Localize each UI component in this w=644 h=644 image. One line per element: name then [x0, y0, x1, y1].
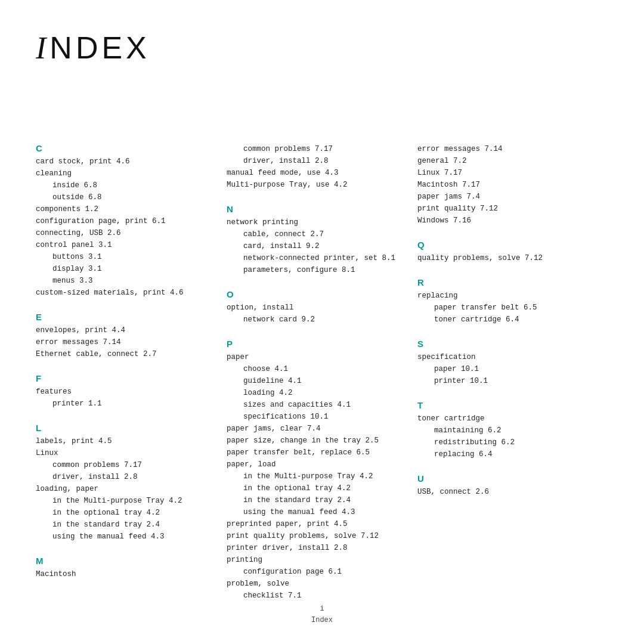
index-entry: choose 4.1	[227, 363, 405, 375]
section-letter-M: M	[36, 556, 215, 566]
index-entry: in the standard tray 2.4	[36, 519, 215, 531]
section-2-4: Ttoner cartridgemaintaining 6.2redistrib…	[417, 400, 596, 460]
page: INDEX Ccard stock, print 4.6cleaninginsi…	[0, 0, 644, 644]
section-2-2: Rreplacingpaper transfer belt 6.5toner c…	[417, 277, 596, 326]
index-entry: control panel 3.1	[36, 239, 215, 251]
index-entry: components 1.2	[36, 203, 215, 215]
index-entry: paper size, change in the tray 2.5	[227, 435, 405, 447]
footer: i Index	[0, 603, 644, 626]
index-entry: custom-sized materials, print 4.6	[36, 287, 215, 299]
section-1-3: Ppaperchoose 4.1guideline 4.1loading 4.2…	[227, 339, 405, 602]
index-entry: loading, paper	[36, 483, 215, 495]
index-entry: error messages 7.14	[36, 336, 215, 348]
index-entry: driver, install 2.8	[36, 471, 215, 483]
index-entry: toner cartridge	[417, 413, 596, 425]
index-entry: network printing	[227, 216, 405, 228]
index-entry: problem, solve	[227, 578, 405, 590]
index-entry: Linux 7.17	[417, 167, 596, 179]
index-entry: configuration page 6.1	[227, 566, 405, 578]
section-letter-R: R	[417, 277, 596, 287]
index-entry: specification	[417, 351, 596, 363]
section-letter-P: P	[227, 339, 405, 349]
section-letter-Q: Q	[417, 240, 596, 250]
index-entry: maintaining 6.2	[417, 425, 596, 436]
section-0-4: MMacintosh	[36, 556, 215, 580]
index-entry: option, install	[227, 302, 405, 314]
index-entry: cable, connect 2.7	[227, 228, 405, 240]
index-entry: USB, connect 2.6	[417, 486, 596, 498]
index-entry: Windows 7.16	[417, 215, 596, 227]
index-entry: paper jams, clear 7.4	[227, 423, 405, 435]
section-letter-N: N	[227, 204, 405, 214]
page-title: INDEX	[36, 30, 608, 66]
section-letter-O: O	[227, 289, 405, 299]
index-entry: paper jams 7.4	[417, 191, 596, 203]
index-entry: redistributing 6.2	[417, 436, 596, 448]
index-entry: replacing 6.4	[417, 448, 596, 460]
section-letter-E: E	[36, 312, 215, 322]
index-entry: loading 4.2	[227, 387, 405, 399]
section-0-3: Llabels, print 4.5Linuxcommon problems 7…	[36, 423, 215, 543]
index-entry: in the Multi-purpose Tray 4.2	[36, 495, 215, 507]
index-entry: paper 10.1	[417, 363, 596, 375]
index-entry: quality problems, solve 7.12	[417, 252, 596, 264]
index-entry: inside 6.8	[36, 179, 215, 191]
index-entry: features	[36, 386, 215, 398]
index-entry: using the manual feed 4.3	[36, 531, 215, 543]
section-2-3: Sspecificationpaper 10.1printer 10.1	[417, 339, 596, 387]
index-entry: toner cartridge 6.4	[417, 314, 596, 326]
index-entry: sizes and capacities 4.1	[227, 399, 405, 411]
index-entry: replacing	[417, 290, 596, 302]
index-entry: in the optional tray 4.2	[36, 507, 215, 519]
index-entry: Linux	[36, 447, 215, 459]
index-entry: driver, install 2.8	[227, 155, 405, 167]
index-entry: print quality problems, solve 7.12	[227, 530, 405, 542]
index-entry: Multi-purpose Tray, use 4.2	[227, 179, 405, 191]
index-entry: network-connected printer, set 8.1	[227, 252, 405, 264]
index-entry: printer 10.1	[417, 375, 596, 387]
section-1-1: Nnetwork printingcable, connect 2.7card,…	[227, 204, 405, 276]
section-0-0: Ccard stock, print 4.6cleaninginside 6.8…	[36, 143, 215, 299]
index-entry: labels, print 4.5	[36, 435, 215, 447]
index-entry: error messages 7.14	[417, 143, 596, 155]
index-entry: Macintosh	[36, 568, 215, 580]
section-letter-F: F	[36, 373, 215, 383]
section-letter-S: S	[417, 339, 596, 349]
index-entry: specifications 10.1	[227, 411, 405, 423]
title-rest: NDEX	[49, 30, 150, 65]
index-entry: printer driver, install 2.8	[227, 542, 405, 554]
index-entry: card, install 9.2	[227, 240, 405, 252]
index-entry: menus 3.3	[36, 275, 215, 287]
section-letter-L: L	[36, 423, 215, 433]
column-2: error messages 7.14general 7.2Linux 7.17…	[417, 143, 608, 615]
section-letter-C: C	[36, 143, 215, 153]
index-entry: in the Multi-purpose Tray 4.2	[227, 470, 405, 482]
index-entry: paper transfer belt, replace 6.5	[227, 447, 405, 459]
section-letter-T: T	[417, 400, 596, 410]
index-entry: paper	[227, 351, 405, 363]
index-entry: Macintosh 7.17	[417, 179, 596, 191]
index-entry: print quality 7.12	[417, 203, 596, 215]
column-0: Ccard stock, print 4.6cleaninginside 6.8…	[36, 143, 227, 615]
index-entry: checklist 7.1	[227, 590, 405, 602]
index-entry: using the manual feed 4.3	[227, 506, 405, 518]
index-entry: common problems 7.17	[36, 459, 215, 471]
footer-label: Index	[0, 615, 644, 626]
index-entry: in the optional tray 4.2	[227, 482, 405, 494]
section-letter-U: U	[417, 473, 596, 484]
index-entry: printing	[227, 554, 405, 566]
index-entry: preprinted paper, print 4.5	[227, 518, 405, 530]
index-entry: paper transfer belt 6.5	[417, 302, 596, 314]
index-entry: in the standard tray 2.4	[227, 494, 405, 506]
index-entry: guideline 4.1	[227, 375, 405, 387]
section-0-1: Eenvelopes, print 4.4error messages 7.14…	[36, 312, 215, 360]
index-entry: printer 1.1	[36, 398, 215, 410]
section-1-0: common problems 7.17driver, install 2.8m…	[227, 143, 405, 191]
section-2-1: Qquality problems, solve 7.12	[417, 240, 596, 264]
section-0-2: Ffeaturesprinter 1.1	[36, 373, 215, 410]
index-entry: outside 6.8	[36, 191, 215, 203]
index-entry: card stock, print 4.6	[36, 156, 215, 168]
column-1: common problems 7.17driver, install 2.8m…	[227, 143, 417, 615]
section-2-5: UUSB, connect 2.6	[417, 473, 596, 498]
index-entry: connecting, USB 2.6	[36, 227, 215, 239]
